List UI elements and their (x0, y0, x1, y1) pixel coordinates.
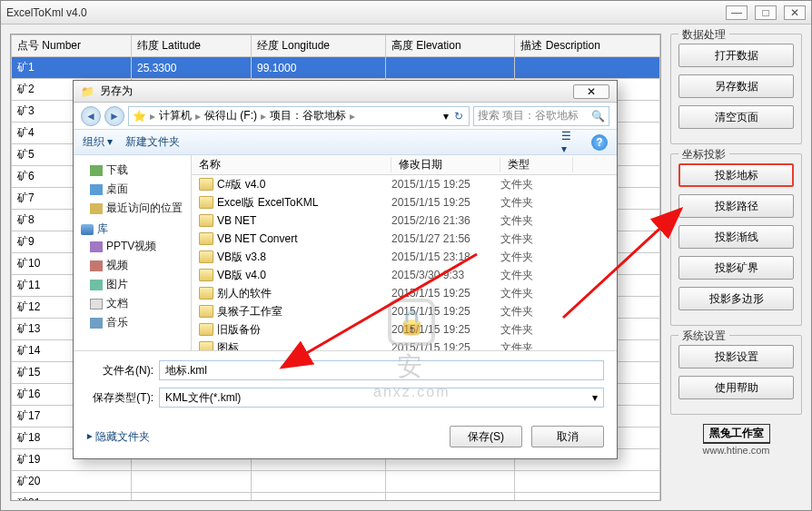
group-system: 系统设置 投影设置使用帮助 (670, 335, 802, 415)
grid-header[interactable]: 经度 Longitude (251, 35, 385, 57)
panel-button[interactable]: 投影地标 (678, 163, 794, 187)
breadcrumb-seg[interactable]: 项目：谷歌地标 (270, 108, 346, 123)
panel-button[interactable]: 投影矿界 (678, 256, 794, 280)
library-icon (81, 224, 94, 235)
folder-icon (199, 305, 213, 318)
save-as-dialog: 📁另存为 ✕ ◄ ► ⭐ ▸ 计算机▸ 侯得山 (F:)▸ 项目：谷歌地标▸ ▾… (73, 80, 618, 459)
grid-header[interactable]: 纬度 Latitude (131, 35, 251, 57)
save-button[interactable]: 保存(S) (450, 426, 522, 447)
breadcrumb-dropdown-icon[interactable]: ▾ (443, 110, 449, 123)
filename-label: 文件名(N): (86, 363, 159, 378)
group-system-label: 系统设置 (678, 329, 729, 344)
panel-button[interactable]: 投影路径 (678, 194, 794, 218)
desktop-icon (90, 184, 103, 195)
search-icon: 🔍 (591, 110, 605, 123)
dialog-titlebar: 📁另存为 ✕ (74, 81, 617, 103)
col-name-header[interactable]: 名称 (192, 157, 391, 172)
grid-header[interactable]: 描述 Description (515, 35, 660, 57)
cancel-button[interactable]: 取消 (531, 426, 604, 447)
help-icon[interactable]: ? (591, 134, 608, 151)
file-row[interactable]: 图标2015/1/15 19:25文件夹 (192, 339, 617, 350)
file-row[interactable]: VB NET Convert2015/1/27 21:56文件夹 (192, 230, 617, 248)
document-icon (90, 299, 103, 310)
minimize-button[interactable]: — (726, 5, 748, 20)
folder-icon (199, 341, 213, 350)
table-row[interactable]: 矿21 (12, 493, 660, 502)
image-icon (90, 280, 103, 290)
panel-button[interactable]: 投影渐线 (678, 225, 794, 249)
file-list[interactable]: 名称 修改日期 类型 C#版 v4.02015/1/15 19:25文件夹Exc… (192, 155, 617, 350)
grid-header[interactable]: 高度 Elevation (385, 35, 515, 57)
group-data-label: 数据处理 (678, 27, 729, 43)
folder-tree[interactable]: 下载 桌面 最近访问的位置 库 PPTV视频 视频 图片 文档 音乐 (74, 155, 192, 350)
file-row[interactable]: Excel版 ExcelToKML2015/1/15 19:25文件夹 (192, 193, 617, 211)
breadcrumb-seg[interactable]: 侯得山 (F:) (204, 108, 257, 123)
folder-icon (199, 232, 213, 245)
grid-header[interactable]: 点号 Number (12, 35, 132, 57)
filename-input[interactable]: 地标.kml (159, 360, 604, 380)
file-row[interactable]: VB版 v4.02015/3/30 9:33文件夹 (192, 266, 617, 284)
organize-menu[interactable]: 组织 ▾ (83, 134, 113, 150)
file-row[interactable]: C#版 v4.02015/1/15 19:25文件夹 (192, 175, 617, 193)
file-row[interactable]: 别人的软件2015/1/15 19:25文件夹 (192, 284, 617, 302)
nav-back-button[interactable]: ◄ (81, 106, 101, 126)
folder-icon (199, 196, 213, 209)
group-projection: 坐标投影 投影地标投影路径投影渐线投影矿界投影多边形 (670, 153, 802, 326)
hide-folders-toggle[interactable]: ▾隐藏文件夹 (86, 429, 150, 445)
col-type-header[interactable]: 类型 (500, 157, 573, 172)
table-row[interactable]: 矿125.330099.1000 (12, 57, 660, 79)
dialog-title: 另存为 (100, 84, 133, 99)
dialog-navbar: ◄ ► ⭐ ▸ 计算机▸ 侯得山 (F:)▸ 项目：谷歌地标▸ ▾ ↻ 搜索 项… (74, 103, 617, 130)
dialog-close-button[interactable]: ✕ (573, 84, 609, 99)
main-titlebar: ExcelToKml v4.0 — □ ✕ (1, 1, 811, 25)
file-row[interactable]: VB NET2015/2/16 21:36文件夹 (192, 211, 617, 230)
folder-icon (199, 287, 213, 300)
file-row[interactable]: VB版 v3.82015/1/15 23:18文件夹 (192, 248, 617, 266)
dialog-toolbar: 组织 ▾ 新建文件夹 ☰ ▾ ? (74, 130, 617, 155)
table-row[interactable]: 矿20 (12, 471, 660, 493)
right-panel: 数据处理 打开数据另存数据清空页面 坐标投影 投影地标投影路径投影渐线投影矿界投… (670, 25, 811, 510)
panel-button[interactable]: 使用帮助 (678, 376, 794, 399)
panel-button[interactable]: 清空页面 (678, 105, 794, 129)
folder-icon: 📁 (81, 85, 94, 98)
main-title: ExcelToKml v4.0 (6, 6, 726, 19)
close-button[interactable]: ✕ (784, 5, 806, 20)
favorite-icon: ⭐ (133, 110, 146, 123)
folder-icon (199, 323, 213, 336)
chevron-down-icon: ▾ (592, 391, 598, 404)
refresh-icon[interactable]: ↻ (452, 110, 465, 123)
nav-forward-button[interactable]: ► (104, 106, 124, 126)
col-date-header[interactable]: 修改日期 (391, 157, 500, 172)
maximize-button[interactable]: □ (755, 5, 777, 20)
recent-icon (90, 203, 103, 214)
studio-credit: 黑兔工作室 www.htine.com (670, 424, 802, 457)
panel-button[interactable]: 投影多边形 (678, 287, 794, 310)
panel-button[interactable]: 投影设置 (678, 345, 794, 369)
breadcrumb[interactable]: ⭐ ▸ 计算机▸ 侯得山 (F:)▸ 项目：谷歌地标▸ ▾ ↻ (128, 106, 470, 126)
new-folder-button[interactable]: 新建文件夹 (125, 134, 180, 150)
folder-icon (199, 251, 213, 263)
video-icon (90, 241, 103, 252)
search-input[interactable]: 搜索 项目：谷歌地标 🔍 (473, 106, 609, 126)
folder-icon (199, 214, 213, 227)
video-icon (90, 260, 103, 271)
folder-icon (199, 178, 213, 191)
panel-button[interactable]: 打开数据 (678, 44, 794, 67)
group-data: 数据处理 打开数据另存数据清空页面 (670, 34, 802, 144)
filetype-select[interactable]: KML文件(*.kml)▾ (159, 388, 604, 408)
file-row[interactable]: 旧版备份2015/1/15 19:25文件夹 (192, 320, 617, 339)
music-icon (90, 318, 103, 329)
file-row[interactable]: 臭猴子工作室2015/1/15 19:25文件夹 (192, 302, 617, 320)
download-icon (90, 165, 103, 176)
filetype-label: 保存类型(T): (86, 390, 159, 406)
folder-icon (199, 269, 213, 281)
view-mode-button[interactable]: ☰ ▾ (560, 134, 579, 151)
panel-button[interactable]: 另存数据 (678, 74, 794, 98)
breadcrumb-seg[interactable]: 计算机 (159, 108, 192, 123)
group-projection-label: 坐标投影 (678, 147, 729, 162)
